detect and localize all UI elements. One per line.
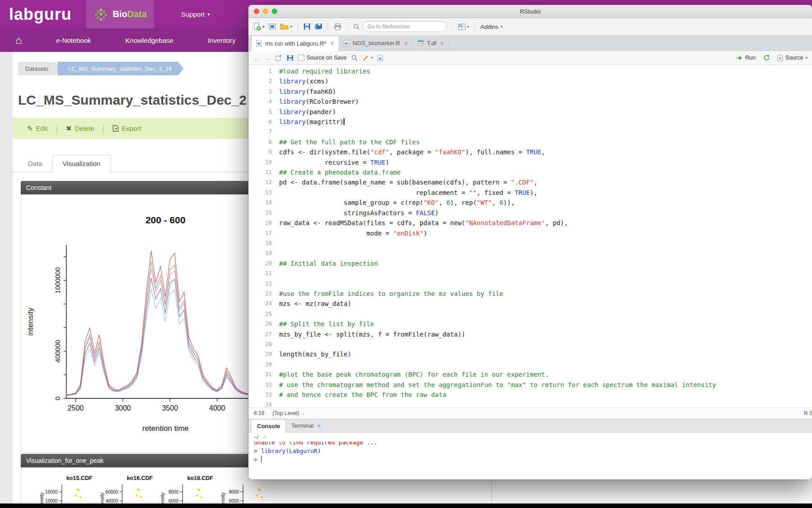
code-line[interactable]: 19 xyxy=(248,248,812,258)
code-line[interactable]: 28 xyxy=(248,339,812,349)
peak-chart-ko16.CDF: ko16.CDFIntensity600004000020000 xyxy=(100,470,157,503)
code-editor[interactable]: 1#load required libraries2library(xcms)3… xyxy=(248,65,812,407)
doc-tab-label: ms run with Labguru.R* xyxy=(265,40,326,47)
compile-report-icon[interactable] xyxy=(377,55,383,61)
close-icon[interactable]: × xyxy=(330,40,334,47)
code-line[interactable]: 11## Create a phenodata data.frame xyxy=(248,167,812,177)
nav-item-knowledgebase[interactable]: Knowledgebase xyxy=(125,37,174,44)
tab-visualization[interactable]: Visualization xyxy=(52,155,111,172)
line-number: 1 xyxy=(248,66,279,76)
code-line[interactable]: 33# and hence create the BPC from the ra… xyxy=(248,390,812,400)
export-button[interactable]: Export xyxy=(113,125,141,132)
source-button[interactable]: Source ▾ xyxy=(777,55,807,61)
nav-item-inventory[interactable]: Inventory xyxy=(208,37,236,44)
code-line[interactable]: 5library(pander) xyxy=(248,107,812,117)
code-line[interactable]: 17 mode = "onDisk") xyxy=(248,228,812,238)
addins-menu[interactable]: Addins ▾ xyxy=(481,23,503,30)
find-icon[interactable] xyxy=(351,55,358,61)
code-line[interactable]: 24mzs <- mz(raw_data) xyxy=(248,299,812,309)
line-number: 23 xyxy=(248,289,279,299)
new-file-button[interactable]: ▾ xyxy=(253,23,265,31)
code-line[interactable]: 34 xyxy=(248,400,812,407)
breadcrumb-dataset-name[interactable]: LC_MS_Summary_statistics_Dec_2_18 xyxy=(57,62,184,75)
code-line[interactable]: 26## Split the list by file xyxy=(248,319,812,329)
code-line[interactable]: 13 replacement = "", fixed = TRUE), xyxy=(248,188,812,198)
code-line[interactable]: 25 xyxy=(248,309,812,319)
close-icon[interactable]: × xyxy=(440,40,444,47)
file-type-selector[interactable]: R Script xyxy=(804,410,812,416)
code-line[interactable]: 2library(xcms) xyxy=(248,76,812,86)
code-line[interactable]: 21 xyxy=(248,268,812,278)
editor-toolbar: ← → Source on Save xyxy=(248,51,812,65)
scope-selector[interactable]: (Top Level) ⌄ xyxy=(272,410,305,416)
close-icon[interactable]: × xyxy=(404,40,408,47)
code-line[interactable]: 9cdfs <- dir(system.file("cdf", package … xyxy=(248,147,812,157)
checkbox-unchecked[interactable] xyxy=(298,55,304,61)
chevron-down-icon: ▾ xyxy=(467,24,469,29)
console-prompt-line[interactable]: > xyxy=(254,455,812,464)
code-line[interactable]: 22 xyxy=(248,279,812,289)
code-line[interactable]: 31#plot the base peak chromatogram (BPC)… xyxy=(248,369,812,379)
save-all-button[interactable] xyxy=(314,23,322,30)
code-line[interactable]: 3library(faahKO) xyxy=(248,87,812,97)
code-line[interactable]: 15 stringsAsFactors = FALSE) xyxy=(248,208,812,218)
edit-button[interactable]: ✎ Edit xyxy=(27,125,47,132)
divider xyxy=(298,22,298,32)
minimize-window-button[interactable] xyxy=(263,9,268,14)
line-number: 7 xyxy=(248,127,279,137)
biodata-wordmark: BioData xyxy=(113,9,147,19)
code-line[interactable]: 1#load required libraries xyxy=(248,66,812,76)
breadcrumb-datasets[interactable]: Datasets xyxy=(18,62,60,75)
new-project-button[interactable] xyxy=(268,23,276,31)
workspace-panes-button[interactable]: ▾ xyxy=(458,23,469,30)
code-line[interactable]: 12pd <- data.frame(sample_name = sub(bas… xyxy=(248,177,812,187)
biodata-logo[interactable]: BioData xyxy=(86,0,154,28)
delete-button[interactable]: ✖ Delete xyxy=(66,125,94,132)
code-line[interactable]: 18 xyxy=(248,238,812,248)
code-line[interactable]: 10 recursive = TRUE) xyxy=(248,157,812,167)
code-line[interactable]: 8## Get the full path to the CDF files xyxy=(248,137,812,147)
code-line[interactable]: 16raw_data <- readMSData(files = cdfs, p… xyxy=(248,218,812,228)
rerun-icon[interactable] xyxy=(763,55,770,61)
svg-text:Intensity: Intensity xyxy=(220,492,225,503)
code-line[interactable]: 32# use the chromatogram method and set … xyxy=(248,380,812,390)
forward-icon[interactable]: → xyxy=(264,55,271,61)
save-button[interactable] xyxy=(303,23,311,30)
popout-icon[interactable] xyxy=(275,55,282,61)
print-button[interactable] xyxy=(334,23,342,30)
support-menu[interactable]: Support ▾ xyxy=(181,10,210,18)
rstudio-titlebar[interactable]: RStudio xyxy=(248,5,812,18)
code-line[interactable]: 23#use the fromFile indices to organize … xyxy=(248,289,812,299)
nav-item-e-notebook[interactable]: e-Notebook xyxy=(56,37,92,44)
close-window-button[interactable] xyxy=(254,9,259,14)
code-line[interactable]: 6library(magrittr) xyxy=(248,117,812,127)
tab-terminal[interactable]: Terminal × xyxy=(286,419,326,432)
back-icon[interactable]: ← xyxy=(253,55,260,61)
zoom-window-button[interactable] xyxy=(272,9,277,14)
doc-tab-ngs-biomarker[interactable]: R NGS_biomarker.R × xyxy=(339,36,413,51)
source-on-save-toggle[interactable]: Source on Save xyxy=(298,55,347,61)
home-icon[interactable]: ⌂ xyxy=(15,35,22,46)
doc-tab-ms-run[interactable]: R ms run with Labguru.R* × xyxy=(251,36,339,51)
code-line[interactable]: 14 sample_group = c(rep("KO", 6), rep("W… xyxy=(248,198,812,208)
goto-file-input[interactable] xyxy=(362,21,447,32)
open-file-button[interactable]: ▾ xyxy=(280,23,293,30)
code-line[interactable]: 27mzs_by_file <- split(mzs, f = fromFile… xyxy=(248,329,812,339)
tab-data[interactable]: Data xyxy=(18,155,52,172)
tab-console[interactable]: Console xyxy=(251,419,286,433)
open-dir-icon[interactable]: ↗ xyxy=(262,434,266,440)
close-icon[interactable]: × xyxy=(317,422,321,429)
svg-text:6000: 6000 xyxy=(169,499,179,503)
labguru-logo[interactable]: labguru xyxy=(9,5,72,24)
code-tools-button[interactable]: ▾ xyxy=(362,55,373,61)
code-line[interactable]: 7 xyxy=(248,127,812,137)
code-line[interactable]: 4library(RColorBrewer) xyxy=(248,97,812,106)
edit-label: Edit xyxy=(36,125,48,132)
code-line[interactable]: 29length(mzs_by_file) xyxy=(248,349,812,359)
code-line[interactable]: 30 xyxy=(248,360,812,369)
console-output[interactable]: unable to find required package ...> lib… xyxy=(248,442,812,480)
code-line[interactable]: 20## Initial data inspection xyxy=(248,259,812,268)
doc-tab-t-df[interactable]: T.df × xyxy=(413,36,449,51)
run-button[interactable]: Run xyxy=(736,55,756,61)
save-floppy-icon[interactable] xyxy=(287,55,294,61)
